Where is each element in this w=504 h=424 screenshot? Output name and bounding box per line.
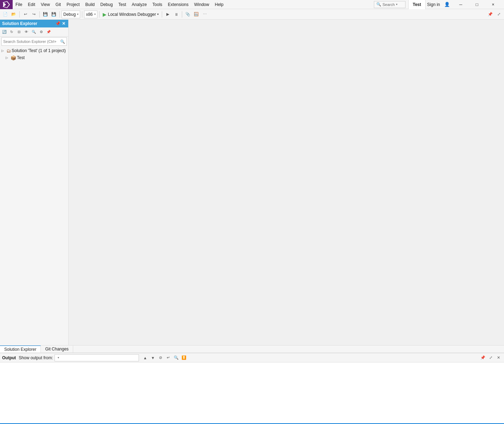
toolbar: 📄 📂 ↩ ↪ 💾 💾 Debug ▾ x86 ▾ ▶ Local Window…	[0, 9, 504, 20]
play-icon: ▶	[103, 12, 107, 17]
attach-btn[interactable]: 📎	[184, 11, 192, 18]
output-pin-btn[interactable]: 📌	[479, 354, 486, 361]
active-tab[interactable]: Test	[408, 0, 426, 9]
sign-in-icon: 👤	[444, 2, 450, 7]
menu-project[interactable]: Project	[64, 0, 82, 9]
redo-btn[interactable]: ↪	[30, 11, 38, 18]
menu-build[interactable]: Build	[83, 0, 98, 9]
close-button[interactable]: ×	[485, 0, 501, 9]
vs-logo	[0, 0, 13, 9]
project-icon: 📦	[11, 55, 16, 61]
platform-arrow: ▾	[94, 13, 96, 16]
output-up-btn[interactable]: ▲	[142, 354, 149, 361]
se-pin-icon[interactable]: 📌	[55, 21, 61, 26]
extra-btn[interactable]: ⋯	[201, 11, 209, 18]
title-bar: File Edit View Git Project Build Debug T…	[0, 0, 504, 9]
menu-window[interactable]: Window	[191, 0, 212, 9]
output-wrap-btn[interactable]: ↵	[165, 354, 172, 361]
menu-test[interactable]: Test	[116, 0, 129, 9]
new-project-btn[interactable]: 📄	[1, 11, 9, 18]
platform-label: x86	[86, 12, 92, 17]
config-label: Debug	[63, 12, 76, 17]
output-clear-btn[interactable]: ⊘	[157, 354, 164, 361]
output-float-btn[interactable]: ⤢	[487, 354, 494, 361]
toolbar-right: 📌 ⤢	[486, 11, 503, 18]
pin-toolbar-btn[interactable]: 📌	[486, 11, 494, 18]
config-arrow: ▾	[77, 13, 78, 16]
output-close-btn[interactable]: ✕	[495, 354, 502, 361]
se-collapse-btn[interactable]: ⊟	[15, 29, 23, 36]
menu-tools[interactable]: Tools	[149, 0, 165, 9]
se-pinned-btn[interactable]: 📌	[45, 29, 52, 36]
tab-solution-explorer[interactable]: Solution Explorer	[0, 346, 41, 353]
menu-view[interactable]: View	[38, 0, 53, 9]
output-controls: Show output from: ▾ ▲ ▼ ⊘ ↵ 🔍 ⏬	[19, 354, 477, 361]
se-solution-item[interactable]: ▷ 🗂 Solution 'Test' (1 of 1 project)	[0, 47, 68, 54]
se-toolbar: 🔄 ↻ ⊟ 👁 🔍 ⚙ 📌	[0, 27, 68, 37]
se-show-all-btn[interactable]: 👁	[23, 29, 30, 36]
window-layout-btn[interactable]: 🪟	[192, 11, 200, 18]
solution-explorer-panel: Solution Explorer 📌 ✕ 🔄 ↻ ⊟ 👁 🔍 ⚙ 📌 🔍 ▷ …	[0, 20, 69, 345]
bottom-tabs: Solution Explorer Git Changes	[0, 345, 504, 353]
se-search-icon: 🔍	[60, 39, 65, 44]
se-search-input[interactable]	[3, 39, 59, 44]
menu-analyze[interactable]: Analyze	[129, 0, 150, 9]
se-project-item[interactable]: ▷ 📦 Test	[0, 54, 68, 61]
project-expand-icon: ▷	[6, 56, 10, 59]
se-tree: ▷ 🗂 Solution 'Test' (1 of 1 project) ▷ 📦…	[0, 46, 68, 62]
toolbar-separator-5	[99, 11, 100, 18]
tab-git-changes[interactable]: Git Changes	[41, 346, 73, 353]
output-toolbar-btns: ▲ ▼ ⊘ ↵ 🔍 ⏬	[142, 354, 187, 361]
output-dropdown-arrow: ▾	[58, 356, 59, 359]
run-debugger-button[interactable]: ▶ Local Windows Debugger ▾	[101, 11, 160, 18]
pause-btn[interactable]: ⏸	[172, 11, 180, 18]
output-header: Output Show output from: ▾ ▲ ▼ ⊘ ↵ 🔍 ⏬ 📌…	[0, 353, 504, 362]
toolbar-separator-2	[39, 11, 40, 18]
output-auto-scroll-btn[interactable]: ⏬	[180, 354, 187, 361]
toolbar-separator-3	[59, 11, 60, 18]
menu-extensions[interactable]: Extensions	[165, 0, 191, 9]
start-btn[interactable]: ▶	[164, 11, 172, 18]
se-search-box[interactable]: 🔍	[1, 37, 67, 46]
project-label: Test	[17, 55, 25, 60]
se-settings-btn[interactable]: ⚙	[38, 29, 45, 36]
window-controls: ─ □ ×	[453, 0, 501, 9]
maximize-button[interactable]: □	[469, 0, 485, 9]
se-close-icon[interactable]: ✕	[61, 21, 66, 26]
title-right: Sign in 👤 ─ □ ×	[426, 0, 504, 9]
menu-git[interactable]: Git	[53, 0, 64, 9]
se-sync-btn[interactable]: 🔄	[1, 29, 8, 36]
search-icon: 🔍	[376, 2, 381, 7]
menu-edit[interactable]: Edit	[25, 0, 38, 9]
se-filter-btn[interactable]: 🔍	[30, 29, 37, 36]
config-dropdown[interactable]: Debug ▾	[62, 11, 80, 18]
editor-area	[69, 20, 504, 345]
platform-dropdown[interactable]: x86 ▾	[84, 11, 97, 18]
minimize-button[interactable]: ─	[453, 0, 469, 9]
output-content	[0, 362, 504, 423]
solution-expand-icon: ▷	[1, 49, 6, 52]
se-titlebar: Solution Explorer 📌 ✕	[0, 20, 68, 27]
se-refresh-btn[interactable]: ↻	[8, 29, 15, 36]
menu-help[interactable]: Help	[212, 0, 227, 9]
menu-debug[interactable]: Debug	[97, 0, 115, 9]
output-panel: Output Show output from: ▾ ▲ ▼ ⊘ ↵ 🔍 ⏬ 📌…	[0, 353, 504, 423]
output-down-btn[interactable]: ▼	[149, 354, 157, 361]
toolbar-separator-7	[182, 11, 182, 18]
global-search-box[interactable]: 🔍 Search ▾	[374, 1, 406, 8]
undo-btn[interactable]: ↩	[21, 11, 29, 18]
solution-label: Solution 'Test' (1 of 1 project)	[12, 48, 66, 53]
toolbar-separator-6	[162, 11, 162, 18]
dropdown-icon: ▾	[396, 3, 397, 6]
output-find-btn[interactable]: 🔍	[173, 354, 180, 361]
sign-in-button[interactable]: Sign in	[426, 2, 441, 7]
expand-toolbar-btn[interactable]: ⤢	[495, 11, 503, 18]
title-center: 🔍 Search ▾ Test	[374, 0, 426, 9]
save-all-btn[interactable]: 💾	[50, 11, 58, 18]
menu-file[interactable]: File	[13, 0, 25, 9]
save-btn[interactable]: 💾	[42, 11, 49, 18]
open-btn[interactable]: 📂	[10, 11, 18, 18]
menu-bar: File Edit View Git Project Build Debug T…	[13, 0, 374, 9]
output-source-dropdown[interactable]: ▾	[55, 354, 139, 361]
toolbar-separator-1	[19, 11, 20, 18]
